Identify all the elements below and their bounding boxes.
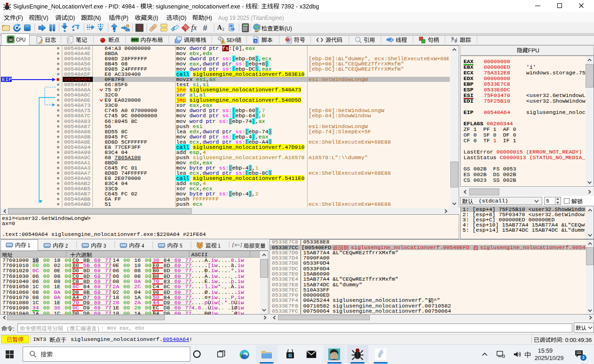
svg-text:fx: fx bbox=[191, 24, 197, 32]
svg-text:32: 32 bbox=[8, 37, 12, 41]
svg-text:S: S bbox=[138, 24, 141, 32]
svg-text:2: 2 bbox=[222, 27, 225, 32]
svg-text:s: s bbox=[255, 39, 256, 43]
svg-text:A: A bbox=[217, 24, 222, 31]
svg-text:#: # bbox=[203, 24, 207, 32]
